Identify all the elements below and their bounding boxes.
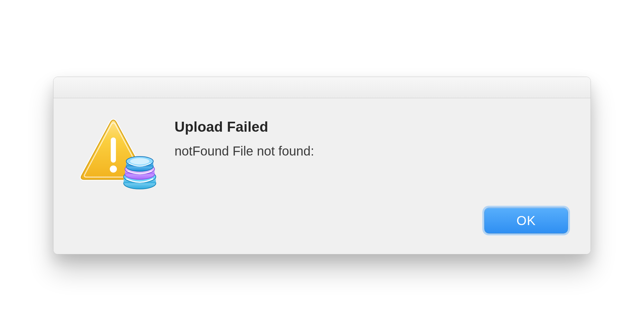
svg-rect-0: [111, 137, 116, 163]
dialog-body: Upload Failed notFound File not found:: [53, 98, 591, 208]
database-stack-icon: [124, 156, 156, 189]
svg-point-1: [110, 166, 117, 173]
dialog-button-row: OK: [53, 208, 591, 254]
dialog-text: Upload Failed notFound File not found:: [175, 118, 569, 158]
dialog-message: notFound File not found:: [175, 144, 569, 158]
dialog-title: Upload Failed: [175, 119, 569, 135]
ok-button[interactable]: OK: [484, 208, 568, 233]
dialog-titlebar: [53, 77, 591, 98]
alert-icon-composite: [75, 118, 159, 192]
alert-dialog: Upload Failed notFound File not found: O…: [53, 77, 591, 254]
svg-point-11: [130, 158, 149, 165]
